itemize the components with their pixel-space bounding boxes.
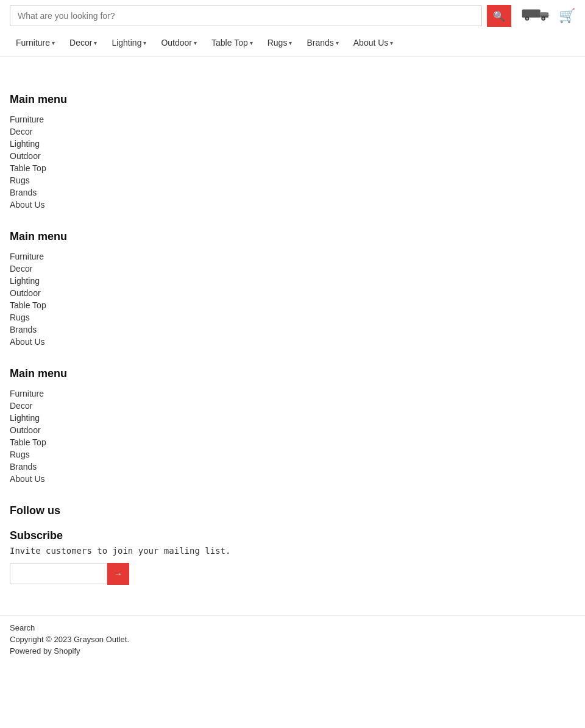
footer-menu-2-link-tabletop[interactable]: Table Top (10, 299, 575, 311)
footer-menu-3-link-lighting[interactable]: Lighting (10, 412, 575, 424)
svg-rect-0 (522, 9, 541, 17)
footer: Main menu Furniture Decor Lighting Outdo… (0, 81, 585, 615)
powered-by-text: Powered by Shopify (10, 646, 575, 656)
main-nav: Furniture ▾ Decor ▾ Lighting ▾ Outdoor ▾… (0, 29, 585, 57)
footer-menu-3-link-decor[interactable]: Decor (10, 400, 575, 412)
svg-point-6 (542, 17, 544, 19)
nav-label-rugs: Rugs (268, 38, 288, 48)
cart-icon[interactable]: 🛒 (559, 8, 575, 24)
footer-menu-2-heading: Main menu (10, 230, 575, 243)
footer-menu-2-link-lighting[interactable]: Lighting (10, 275, 575, 287)
nav-item-tabletop[interactable]: Table Top ▾ (205, 34, 259, 51)
search-wrapper (10, 5, 482, 26)
main-content (0, 57, 585, 81)
footer-menu-2-link-brands[interactable]: Brands (10, 323, 575, 336)
footer-menu-1: Main menu Furniture Decor Lighting Outdo… (10, 93, 575, 211)
footer-menu-3-link-outdoor[interactable]: Outdoor (10, 424, 575, 436)
footer-menu-1-heading: Main menu (10, 93, 575, 106)
truck-icon (521, 5, 551, 27)
subscribe-submit-button[interactable]: → (107, 563, 129, 585)
footer-menu-3: Main menu Furniture Decor Lighting Outdo… (10, 367, 575, 485)
search-button[interactable]: 🔍 (487, 5, 511, 27)
footer-menu-2-link-rugs[interactable]: Rugs (10, 311, 575, 323)
nav-label-brands: Brands (307, 38, 333, 48)
copyright-text: Copyright © 2023 Grayson Outlet. (10, 635, 575, 644)
footer-menu-2-link-aboutus[interactable]: About Us (10, 336, 575, 348)
arrow-right-icon: → (114, 569, 122, 579)
footer-menu-2-link-furniture[interactable]: Furniture (10, 250, 575, 263)
footer-menu-1-link-lighting[interactable]: Lighting (10, 138, 575, 150)
footer-menu-2-link-outdoor[interactable]: Outdoor (10, 287, 575, 299)
footer-menu-3-heading: Main menu (10, 367, 575, 380)
bottom-footer: Search Copyright © 2023 Grayson Outlet. … (0, 615, 585, 663)
nav-label-tabletop: Table Top (211, 38, 248, 48)
footer-menu-2: Main menu Furniture Decor Lighting Outdo… (10, 230, 575, 348)
header: 🔍 🛒 Furniture ▾ (0, 0, 585, 57)
subscribe-section: Subscribe Invite customers to join your … (10, 529, 575, 585)
nav-label-decor: Decor (69, 38, 92, 48)
footer-menu-1-link-brands[interactable]: Brands (10, 186, 575, 199)
svg-point-5 (526, 17, 528, 19)
footer-menu-1-link-decor[interactable]: Decor (10, 125, 575, 138)
chevron-down-icon: ▾ (52, 40, 55, 46)
chevron-down-icon: ▾ (250, 40, 253, 46)
nav-label-furniture: Furniture (16, 38, 50, 48)
chevron-down-icon: ▾ (143, 40, 146, 46)
chevron-down-icon: ▾ (390, 40, 393, 46)
nav-item-rugs[interactable]: Rugs ▾ (261, 34, 299, 51)
chevron-down-icon: ▾ (336, 40, 339, 46)
subscribe-heading: Subscribe (10, 529, 575, 542)
follow-us-heading: Follow us (10, 504, 575, 517)
nav-item-lighting[interactable]: Lighting ▾ (105, 34, 152, 51)
subscribe-email-input[interactable] (10, 564, 107, 584)
footer-menu-1-link-outdoor[interactable]: Outdoor (10, 150, 575, 162)
follow-us-section: Follow us (10, 504, 575, 517)
footer-menu-3-link-tabletop[interactable]: Table Top (10, 436, 575, 448)
nav-item-outdoor[interactable]: Outdoor ▾ (155, 34, 203, 51)
chevron-down-icon: ▾ (194, 40, 197, 46)
footer-menu-3-link-brands[interactable]: Brands (10, 461, 575, 473)
nav-label-aboutus: About Us (353, 38, 389, 48)
chevron-down-icon: ▾ (289, 40, 292, 46)
footer-menu-3-link-aboutus[interactable]: About Us (10, 473, 575, 485)
nav-item-aboutus[interactable]: About Us ▾ (347, 34, 400, 51)
search-link[interactable]: Search (10, 623, 575, 632)
subscribe-description: Invite customers to join your mailing li… (10, 546, 575, 556)
footer-menu-1-link-rugs[interactable]: Rugs (10, 174, 575, 186)
footer-menu-3-link-furniture[interactable]: Furniture (10, 387, 575, 400)
chevron-down-icon: ▾ (94, 40, 97, 46)
nav-item-decor[interactable]: Decor ▾ (63, 34, 103, 51)
subscribe-form: → (10, 563, 575, 585)
nav-item-furniture[interactable]: Furniture ▾ (10, 34, 61, 51)
nav-label-lighting: Lighting (112, 38, 141, 48)
nav-label-outdoor: Outdoor (161, 38, 192, 48)
search-input[interactable] (10, 5, 482, 26)
search-icon: 🔍 (493, 10, 505, 22)
footer-menu-1-link-furniture[interactable]: Furniture (10, 113, 575, 125)
header-icons: 🛒 (521, 5, 575, 27)
footer-menu-1-link-tabletop[interactable]: Table Top (10, 162, 575, 174)
footer-menu-1-link-aboutus[interactable]: About Us (10, 199, 575, 211)
footer-menu-2-link-decor[interactable]: Decor (10, 263, 575, 275)
footer-menu-3-link-rugs[interactable]: Rugs (10, 448, 575, 461)
nav-item-brands[interactable]: Brands ▾ (300, 34, 344, 51)
